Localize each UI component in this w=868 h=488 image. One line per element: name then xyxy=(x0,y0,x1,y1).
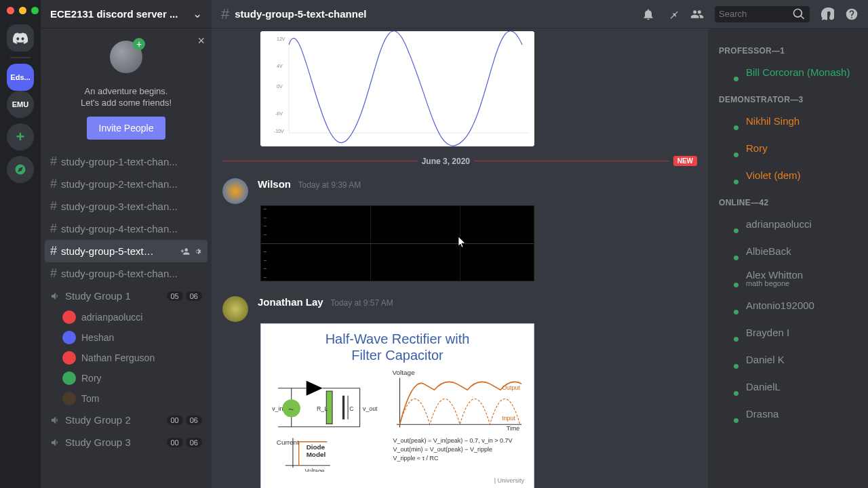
svg-text:Output: Output xyxy=(502,384,520,391)
channel-sidebar: ECE2131 discord server ... ⌄ × + An adve… xyxy=(41,0,212,488)
main-area: # study-group-5-text-channel xyxy=(212,0,868,488)
explore-button[interactable] xyxy=(7,156,34,183)
svg-text:Diode: Diode xyxy=(307,443,326,451)
avatar[interactable] xyxy=(222,296,248,322)
member-item[interactable]: adrianpaolucci xyxy=(713,210,863,237)
channel-header: # study-group-5-text-channel xyxy=(212,0,868,28)
adventure-line1: An adventure begins. xyxy=(49,85,203,97)
member-list: PROFESSOR—1Bill Corcoran (Monash)DEMONST… xyxy=(708,28,868,488)
home-button[interactable] xyxy=(7,24,34,52)
text-channel[interactable]: #study-group-5-text… xyxy=(45,240,208,262)
member-item[interactable]: Bill Corcoran (Monash) xyxy=(713,58,863,85)
help-icon[interactable] xyxy=(845,7,859,21)
member-item[interactable]: Brayden I xyxy=(713,319,863,346)
cursor-icon xyxy=(458,236,467,249)
text-channel[interactable]: #study-group-3-text-chan... xyxy=(45,195,208,218)
message-timestamp: Today at 9:57 AM xyxy=(330,298,393,308)
voice-user[interactable]: adrianpaolucci xyxy=(45,307,208,327)
voice-count: 05 xyxy=(167,291,183,301)
member-name: AlbieBack xyxy=(746,245,791,257)
search-input[interactable] xyxy=(719,9,792,19)
voice-user[interactable]: Nathan Ferguson xyxy=(45,348,208,368)
status-dot xyxy=(732,75,740,83)
svg-text:Voltage: Voltage xyxy=(304,468,324,472)
gear-icon[interactable] xyxy=(193,247,202,256)
member-name: Alex Whitton xyxy=(746,269,803,281)
member-item[interactable]: Violet (dem) xyxy=(713,161,863,188)
add-user-icon[interactable] xyxy=(180,247,190,256)
member-name: Rory xyxy=(746,142,768,154)
text-channel[interactable]: #study-group-2-text-chan... xyxy=(45,173,208,195)
message-author[interactable]: Jonathan Lay xyxy=(258,296,323,308)
status-dot xyxy=(732,254,740,262)
bell-icon[interactable] xyxy=(642,7,655,21)
voice-cap: 06 xyxy=(186,438,202,447)
invite-button[interactable]: Invite People xyxy=(87,117,166,140)
svg-text:Input: Input xyxy=(502,415,515,422)
role-header: DEMONSTRATOR—3 xyxy=(713,85,863,107)
member-item[interactable]: Alex Whittonmath begone xyxy=(713,264,863,291)
slide-title: Filter Capacitor xyxy=(351,348,443,363)
window-controls[interactable] xyxy=(7,7,39,14)
mentions-icon[interactable] xyxy=(821,7,834,21)
slide-equation: V_out(peak) = V_in(peak) − 0.7, v_in > 0… xyxy=(393,436,524,445)
member-item[interactable]: AlbieBack xyxy=(713,237,863,264)
search-box[interactable] xyxy=(715,6,810,22)
server-header[interactable]: ECE2131 discord server ... ⌄ xyxy=(41,0,212,28)
attachment-image[interactable]: 12V4V0V-6V-10V xyxy=(260,31,534,146)
svg-text:~: ~ xyxy=(288,404,294,414)
slide-equation: V_out(min) = V_out(peak) − V_ripple xyxy=(393,445,524,454)
member-name: Nikhil Singh xyxy=(746,115,800,127)
text-channel[interactable]: #study-group-4-text-chan... xyxy=(45,218,208,240)
message-author[interactable]: Wilson xyxy=(258,178,291,190)
svg-rect-0 xyxy=(260,31,534,146)
member-name: Bill Corcoran (Monash) xyxy=(746,66,850,78)
channel-name: study-group-4-text-chan... xyxy=(61,223,202,235)
avatar xyxy=(62,392,76,405)
hash-icon: # xyxy=(50,177,57,191)
text-channel[interactable]: #study-group-6-text-chan... xyxy=(45,262,208,285)
attachment-image[interactable] xyxy=(260,205,534,281)
member-item[interactable]: Nikhil Singh xyxy=(713,107,863,134)
channel-name: study-group-3-text-chan... xyxy=(61,201,202,212)
member-item[interactable]: Antonio192000 xyxy=(713,291,863,319)
svg-text:-6V: -6V xyxy=(275,111,283,116)
avatar xyxy=(62,310,76,324)
voice-channel[interactable]: Study Group 10506 xyxy=(45,285,208,307)
voice-user[interactable]: Tom xyxy=(45,388,208,409)
members-icon[interactable] xyxy=(690,7,704,21)
status-dot xyxy=(732,308,740,316)
voice-channel[interactable]: Study Group 20006 xyxy=(45,409,208,431)
pin-icon[interactable] xyxy=(666,7,679,21)
add-server-button[interactable]: + xyxy=(7,123,34,150)
voice-user[interactable]: Rory xyxy=(45,368,208,388)
channel-list: #study-group-1-text-chan...#study-group-… xyxy=(41,150,212,488)
voice-user-name: adrianpaolucci xyxy=(81,312,142,323)
voice-user[interactable]: Heshan xyxy=(45,327,208,348)
voice-count: 00 xyxy=(167,415,183,425)
role-header: PROFESSOR—1 xyxy=(713,37,863,58)
hash-icon: # xyxy=(50,266,57,281)
member-name: DanielL xyxy=(746,381,781,392)
message-list: 12V4V0V-6V-10V June 3, 2020 NEW xyxy=(212,28,708,488)
hash-icon: # xyxy=(50,199,57,214)
avatar xyxy=(62,371,76,385)
svg-text:12V: 12V xyxy=(277,37,285,41)
voice-channel[interactable]: Study Group 30006 xyxy=(45,431,208,453)
avatar[interactable] xyxy=(222,178,248,204)
guild-eds[interactable]: Eds... xyxy=(7,64,34,91)
member-item[interactable]: Drasna xyxy=(713,400,863,427)
member-item[interactable]: DanielL xyxy=(713,373,863,400)
channel-name: Study Group 3 xyxy=(65,436,163,448)
member-item[interactable]: Daniel K xyxy=(713,346,863,373)
status-dot xyxy=(732,151,740,159)
svg-text:-10V: -10V xyxy=(274,129,284,134)
member-item[interactable]: Rory xyxy=(713,134,863,161)
attachment-image[interactable]: Half-Wave Rectifier withFilter Capacitor… xyxy=(260,323,534,488)
svg-text:R_L: R_L xyxy=(317,405,328,412)
text-channel[interactable]: #study-group-1-text-chan... xyxy=(45,150,208,173)
channel-name: study-group-6-text-chan... xyxy=(61,268,202,279)
member-name: Drasna xyxy=(746,408,778,420)
guild-emu[interactable]: EMU xyxy=(7,91,34,118)
plus-icon: + xyxy=(133,38,145,50)
